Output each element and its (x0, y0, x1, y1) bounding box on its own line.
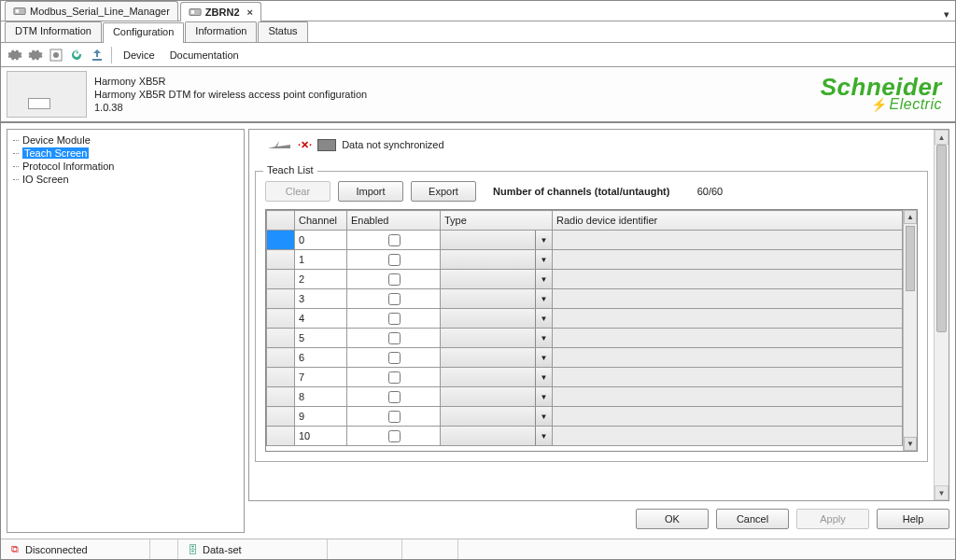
apply-button[interactable]: Apply (796, 509, 869, 529)
tab-configuration[interactable]: Configuration (103, 22, 184, 43)
settings-icon[interactable] (48, 47, 64, 63)
cell-channel[interactable]: 5 (295, 329, 347, 348)
row-header[interactable] (267, 270, 295, 289)
chevron-down-icon[interactable]: ▼ (536, 348, 552, 367)
row-header[interactable] (267, 348, 295, 368)
table-row[interactable]: 2▼ (267, 270, 903, 289)
chevron-down-icon[interactable]: ▼ (536, 407, 552, 426)
row-header[interactable] (267, 368, 295, 387)
menu-device[interactable]: Device (118, 49, 161, 61)
row-header[interactable] (267, 387, 295, 407)
chevron-down-icon[interactable]: ▼ (536, 427, 552, 445)
tab-status[interactable]: Status (258, 21, 307, 42)
chevron-down-icon[interactable]: ▼ (536, 309, 552, 328)
table-row[interactable]: 5▼ (267, 329, 903, 348)
cancel-button[interactable]: Cancel (716, 509, 789, 529)
scroll-up-icon[interactable]: ▲ (935, 130, 949, 145)
teach-table[interactable]: Channel Enabled Type Radio device identi… (265, 209, 918, 452)
row-header[interactable] (267, 407, 295, 427)
cell-enabled[interactable] (347, 250, 441, 270)
cell-enabled[interactable] (347, 231, 441, 250)
scroll-thumb[interactable] (936, 145, 947, 332)
tab-dtm-information[interactable]: DTM Information (5, 21, 102, 42)
cell-channel[interactable]: 7 (295, 368, 347, 387)
scroll-down-icon[interactable]: ▼ (904, 437, 917, 451)
enabled-checkbox[interactable] (388, 411, 401, 423)
cell-enabled[interactable] (347, 427, 441, 446)
help-button[interactable]: Help (877, 509, 949, 529)
gear-icon[interactable] (7, 47, 23, 63)
cell-radio-id[interactable] (553, 329, 903, 348)
col-channel[interactable]: Channel (295, 211, 347, 231)
chevron-down-icon[interactable]: ▼ (536, 250, 552, 269)
tab-zbrn2[interactable]: ZBRN2 × (180, 2, 261, 21)
col-type[interactable]: Type (441, 211, 553, 231)
tree-node-protocol-information[interactable]: Protocol Information (9, 160, 242, 173)
tree-node-teach-screen[interactable]: Teach Screen (9, 147, 242, 160)
row-header[interactable] (267, 329, 295, 348)
cell-channel[interactable]: 3 (295, 289, 347, 309)
cell-enabled[interactable] (347, 387, 441, 407)
chevron-down-icon[interactable]: ▼ (536, 329, 552, 347)
table-row[interactable]: 8▼ (267, 387, 903, 407)
cell-radio-id[interactable] (553, 407, 903, 427)
table-scrollbar[interactable]: ▲ ▼ (903, 210, 917, 451)
cell-channel[interactable]: 9 (295, 407, 347, 427)
chevron-down-icon[interactable]: ▼ (536, 368, 552, 386)
enabled-checkbox[interactable] (388, 371, 401, 384)
close-icon[interactable]: × (247, 7, 253, 18)
row-header[interactable] (267, 289, 295, 309)
gear-icon[interactable] (27, 47, 44, 63)
cell-channel[interactable]: 2 (295, 270, 347, 289)
clear-button[interactable]: Clear (265, 181, 330, 202)
row-header[interactable] (267, 231, 295, 250)
scroll-down-icon[interactable]: ▼ (935, 485, 949, 500)
content-scrollbar[interactable]: ▲ ▼ (934, 130, 949, 500)
row-header[interactable] (267, 250, 295, 270)
upload-icon[interactable] (89, 47, 105, 63)
chevron-down-icon[interactable]: ▼ (536, 270, 552, 288)
cell-enabled[interactable] (347, 348, 441, 368)
tree-node-device-module[interactable]: Device Module (9, 133, 242, 147)
cell-type[interactable]: ▼ (441, 250, 553, 270)
table-row[interactable]: 3▼ (267, 289, 903, 309)
tree-view[interactable]: Device Module Teach Screen Protocol Info… (7, 129, 245, 533)
cell-channel[interactable]: 0 (295, 231, 347, 250)
cell-type[interactable]: ▼ (441, 407, 553, 427)
table-row[interactable]: 9▼ (267, 407, 903, 427)
cell-radio-id[interactable] (553, 289, 903, 309)
table-row[interactable]: 4▼ (267, 309, 903, 329)
tree-node-io-screen[interactable]: IO Screen (9, 173, 242, 186)
cell-channel[interactable]: 4 (295, 309, 347, 329)
refresh-icon[interactable] (68, 47, 85, 63)
cell-enabled[interactable] (347, 407, 441, 427)
cell-channel[interactable]: 1 (295, 250, 347, 270)
cell-type[interactable]: ▼ (441, 368, 553, 387)
cell-type[interactable]: ▼ (441, 270, 553, 289)
enabled-checkbox[interactable] (388, 273, 401, 286)
cell-channel[interactable]: 10 (295, 427, 347, 446)
cell-enabled[interactable] (347, 270, 441, 289)
cell-radio-id[interactable] (553, 250, 903, 270)
enabled-checkbox[interactable] (388, 234, 401, 246)
table-row[interactable]: 6▼ (267, 348, 903, 368)
ok-button[interactable]: OK (636, 509, 709, 529)
cell-enabled[interactable] (347, 368, 441, 387)
chevron-down-icon[interactable]: ▼ (536, 231, 552, 249)
chevron-down-icon[interactable]: ▼ (536, 289, 552, 308)
table-row[interactable]: 10▼ (267, 427, 903, 446)
cell-enabled[interactable] (347, 309, 441, 329)
cell-radio-id[interactable] (553, 309, 903, 329)
cell-radio-id[interactable] (553, 427, 903, 446)
cell-enabled[interactable] (347, 329, 441, 348)
cell-radio-id[interactable] (553, 348, 903, 368)
cell-type[interactable]: ▼ (441, 289, 553, 309)
cell-channel[interactable]: 6 (295, 348, 347, 368)
tab-modbus-serial-line-manager[interactable]: Modbus_Serial_Line_Manager (5, 1, 178, 21)
enabled-checkbox[interactable] (388, 293, 401, 305)
tab-overflow-arrow[interactable]: ▾ (938, 8, 955, 21)
enabled-checkbox[interactable] (388, 352, 401, 364)
enabled-checkbox[interactable] (388, 313, 401, 325)
row-header[interactable] (267, 309, 295, 329)
enabled-checkbox[interactable] (388, 332, 401, 344)
